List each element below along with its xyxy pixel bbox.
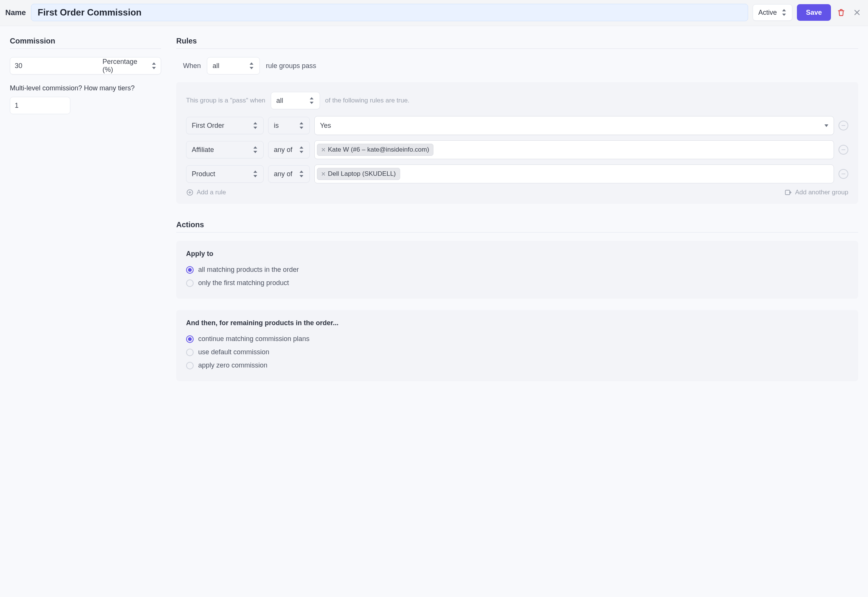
- rule-group: This group is a "pass" when all of the f…: [176, 82, 858, 204]
- trash-icon: [837, 8, 845, 17]
- remaining-option[interactable]: apply zero commission: [186, 359, 848, 372]
- rule-row: Affiliate any of Kate W (#6 – kate@insid…: [186, 140, 848, 159]
- rule-row: First Order is Yes: [186, 116, 848, 135]
- commission-field[interactable]: Percentage (%): [10, 57, 161, 74]
- rule-op-select[interactable]: any of: [268, 141, 310, 158]
- apply-to-panel: Apply to all matching products in the or…: [176, 241, 858, 299]
- chevron-updown-icon: [310, 97, 314, 104]
- rule-op-select[interactable]: is: [268, 117, 310, 134]
- add-group-icon: [784, 189, 792, 196]
- remove-rule-button[interactable]: [838, 169, 848, 179]
- close-icon: [853, 9, 861, 16]
- chevron-updown-icon: [300, 146, 304, 153]
- chevron-updown-icon: [250, 62, 254, 69]
- tag-chip[interactable]: Kate W (#6 – kate@insideinfo.com): [317, 144, 433, 156]
- radio-icon: [186, 266, 194, 274]
- remove-rule-button[interactable]: [838, 121, 848, 130]
- status-select[interactable]: Active: [753, 4, 792, 21]
- apply-to-heading: Apply to: [186, 250, 848, 258]
- name-input[interactable]: [31, 4, 748, 21]
- radio-icon: [186, 335, 194, 343]
- radio-icon: [186, 349, 194, 356]
- remaining-panel: And then, for remaining products in the …: [176, 310, 858, 381]
- chevron-updown-icon: [152, 62, 156, 69]
- chevron-updown-icon: [253, 146, 258, 153]
- chevron-updown-icon: [253, 171, 258, 177]
- rule-op-select[interactable]: any of: [268, 165, 310, 183]
- group-header: This group is a "pass" when all of the f…: [186, 92, 848, 109]
- remaining-heading: And then, for remaining products in the …: [186, 319, 848, 327]
- save-button[interactable]: Save: [797, 4, 831, 21]
- actions-title: Actions: [176, 220, 858, 233]
- when-row: When all rule groups pass: [176, 57, 858, 82]
- when-label: When: [183, 62, 201, 70]
- chevron-updown-icon: [300, 171, 304, 177]
- remaining-option[interactable]: use default commission: [186, 346, 848, 359]
- group-mode-select[interactable]: all: [271, 92, 320, 109]
- plus-circle-icon: [186, 189, 194, 196]
- chevron-updown-icon: [300, 122, 304, 129]
- remaining-option[interactable]: continue matching commission plans: [186, 332, 848, 346]
- name-label: Name: [5, 8, 26, 17]
- commission-title: Commission: [10, 37, 161, 49]
- rule-field-select[interactable]: Affiliate: [186, 141, 264, 158]
- rule-row: Product any of Dell Laptop (SKUDELL): [186, 164, 848, 183]
- commission-unit-select[interactable]: Percentage (%): [102, 58, 156, 74]
- remove-tag-icon[interactable]: [321, 172, 326, 176]
- add-rule-button[interactable]: Add a rule: [186, 189, 226, 196]
- radio-icon: [186, 362, 194, 369]
- rule-field-select[interactable]: First Order: [186, 117, 264, 134]
- apply-to-option[interactable]: all matching products in the order: [186, 263, 848, 276]
- add-group-button[interactable]: Add another group: [784, 189, 848, 196]
- tag-chip[interactable]: Dell Laptop (SKUDELL): [317, 168, 400, 180]
- rules-title: Rules: [176, 37, 858, 49]
- delete-button[interactable]: [835, 7, 847, 18]
- editor-body: Commission Percentage (%) Multi-level co…: [0, 26, 868, 408]
- chevron-updown-icon: [253, 122, 258, 129]
- when-mode-select[interactable]: all: [207, 57, 260, 74]
- commission-value-input[interactable]: [15, 62, 102, 70]
- rule-value-select[interactable]: Yes: [314, 116, 834, 135]
- svg-rect-1: [786, 190, 790, 195]
- multi-tier-label: Multi-level commission? How many tiers?: [10, 84, 161, 92]
- remove-rule-button[interactable]: [838, 145, 848, 155]
- rules-actions-section: Rules When all rule groups pass This gro…: [176, 37, 858, 392]
- radio-icon: [186, 279, 194, 287]
- apply-to-option[interactable]: only the first matching product: [186, 276, 848, 290]
- rule-value-tags[interactable]: Dell Laptop (SKUDELL): [314, 164, 834, 183]
- status-value: Active: [758, 9, 777, 17]
- group-footer: Add a rule Add another group: [186, 189, 848, 196]
- chevron-updown-icon: [782, 9, 787, 16]
- tiers-input[interactable]: [10, 97, 70, 114]
- editor-header: Name Active Save: [0, 0, 868, 26]
- rule-field-select[interactable]: Product: [186, 165, 264, 183]
- commission-section: Commission Percentage (%) Multi-level co…: [10, 37, 161, 392]
- when-suffix: rule groups pass: [266, 62, 316, 70]
- remove-tag-icon[interactable]: [321, 147, 326, 152]
- chevron-down-icon: [825, 124, 828, 127]
- rule-value-tags[interactable]: Kate W (#6 – kate@insideinfo.com): [314, 140, 834, 159]
- close-button[interactable]: [851, 7, 863, 18]
